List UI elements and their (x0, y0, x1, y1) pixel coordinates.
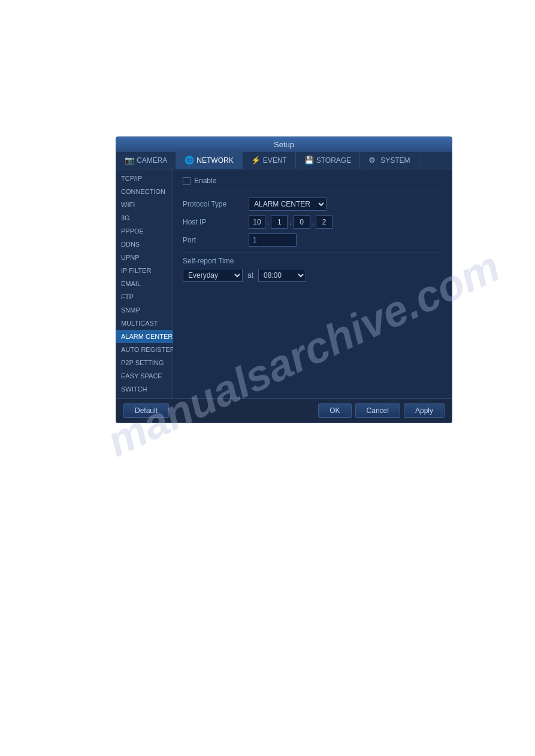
host-ip-octet1[interactable] (249, 215, 265, 229)
sidebar-item-alarm-center[interactable]: ALARM CENTER (116, 330, 173, 343)
system-icon (368, 156, 378, 165)
self-report-label: Self-report Time (183, 257, 442, 265)
tab-system[interactable]: SYSTEM (360, 152, 419, 169)
enable-label: Enable (194, 177, 216, 185)
ok-button[interactable]: OK (318, 403, 351, 418)
content-area: Enable Protocol Type ALARM CENTER Host I… (173, 169, 452, 398)
setup-titlebar: Setup (116, 137, 452, 152)
sidebar-item-snmp[interactable]: SNMP (116, 303, 173, 317)
enable-checkbox[interactable] (183, 177, 191, 185)
host-ip-row: Host IP . . . (183, 215, 442, 229)
sidebar-item-ftp[interactable]: FTP (116, 290, 173, 303)
event-icon (251, 156, 261, 165)
ip-dot-3: . (312, 218, 315, 226)
tab-camera[interactable]: CAMERA (116, 152, 176, 169)
self-report-section: Self-report Time Everyday Monday Tuesday… (183, 253, 442, 282)
tab-storage[interactable]: STORAGE (296, 152, 360, 169)
sidebar: TCP/IP CONNECTION WIFI 3G PPPOE DDNS UPN… (116, 169, 173, 398)
cancel-button[interactable]: Cancel (355, 403, 400, 418)
self-report-controls: Everyday Monday Tuesday Wednesday Thursd… (183, 269, 442, 282)
tab-network[interactable]: NETWORK (176, 152, 242, 169)
host-ip-octet2[interactable] (271, 215, 288, 229)
schedule-select[interactable]: Everyday Monday Tuesday Wednesday Thursd… (183, 269, 243, 282)
sidebar-item-email[interactable]: EMAIL (116, 277, 173, 290)
tab-bar: CAMERA NETWORK EVENT STORAGE SYSTEM (116, 152, 452, 169)
tab-event[interactable]: EVENT (243, 152, 296, 169)
sidebar-item-ddns[interactable]: DDNS (116, 238, 173, 251)
tab-storage-label: STORAGE (316, 156, 351, 165)
sidebar-item-multicast[interactable]: MULTICAST (116, 317, 173, 330)
at-label: at (247, 271, 253, 280)
camera-icon (125, 156, 134, 165)
sidebar-item-wifi[interactable]: WIFI (116, 198, 173, 211)
sidebar-item-connection[interactable]: CONNECTION (116, 185, 173, 198)
network-icon (185, 156, 194, 165)
ip-dot-1: . (267, 218, 270, 226)
sidebar-item-pppoe[interactable]: PPPOE (116, 224, 173, 238)
port-label: Port (183, 236, 249, 244)
main-content: TCP/IP CONNECTION WIFI 3G PPPOE DDNS UPN… (116, 169, 452, 398)
sidebar-item-auto-register[interactable]: AUTO REGISTER (116, 343, 173, 356)
tab-camera-label: CAMERA (137, 156, 167, 165)
setup-title: Setup (274, 140, 294, 149)
protocol-type-label: Protocol Type (183, 200, 249, 208)
sidebar-item-tcpip[interactable]: TCP/IP (116, 172, 173, 185)
sidebar-item-p2p-setting[interactable]: P2P SETTING (116, 356, 173, 369)
protocol-type-select[interactable]: ALARM CENTER (249, 198, 327, 211)
default-button[interactable]: Default (123, 403, 169, 418)
host-ip-label: Host IP (183, 218, 249, 226)
sidebar-item-easy-space[interactable]: EASY SPACE (116, 369, 173, 382)
setup-dialog: Setup CAMERA NETWORK EVENT STORAGE SYSTE… (116, 136, 452, 423)
enable-row: Enable (183, 177, 442, 190)
tab-network-label: NETWORK (197, 156, 233, 165)
sidebar-item-upnp[interactable]: UPNP (116, 251, 173, 264)
time-select[interactable]: 08:00 09:00 10:00 11:00 12:00 (258, 269, 306, 282)
host-ip-octet3[interactable] (294, 215, 310, 229)
protocol-type-row: Protocol Type ALARM CENTER (183, 198, 442, 211)
sidebar-item-ip-filter[interactable]: IP FILTER (116, 264, 173, 277)
sidebar-item-3g[interactable]: 3G (116, 211, 173, 224)
tab-system-label: SYSTEM (380, 156, 410, 165)
tab-event-label: EVENT (263, 156, 287, 165)
port-input[interactable] (249, 233, 297, 247)
ip-dot-2: . (289, 218, 292, 226)
action-buttons: OK Cancel Apply (318, 403, 445, 418)
host-ip-input-group: . . . (249, 215, 333, 229)
port-row: Port (183, 233, 442, 247)
storage-icon (304, 156, 314, 165)
apply-button[interactable]: Apply (404, 403, 445, 418)
sidebar-item-switch[interactable]: SWITCH (116, 382, 173, 396)
bottom-bar: Default OK Cancel Apply (116, 398, 452, 423)
host-ip-octet4[interactable] (316, 215, 333, 229)
